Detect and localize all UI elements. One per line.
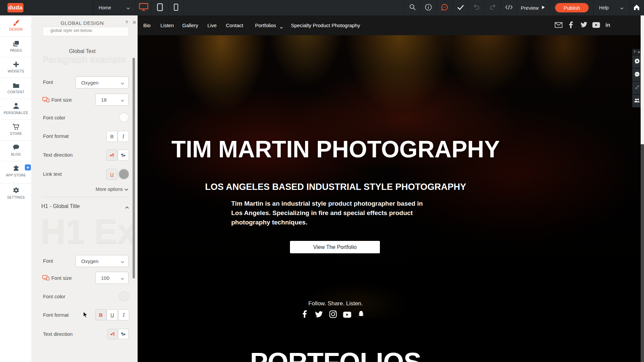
youtube-icon[interactable] <box>343 312 351 319</box>
page-selector[interactable]: Home <box>93 0 136 15</box>
section-heading-global-text: Global Text <box>32 48 133 54</box>
dev-mode-button[interactable] <box>501 0 517 15</box>
help-menu[interactable]: Help <box>593 0 629 15</box>
more-options-link[interactable]: More options <box>96 187 128 192</box>
sidebar-item-label: STORE <box>0 132 32 136</box>
sidebar-item-widgets[interactable]: WIDGETS <box>0 57 32 78</box>
undo-button[interactable] <box>468 0 485 15</box>
facebook-icon[interactable] <box>569 21 573 30</box>
h1-font-select[interactable]: Oxygen <box>76 255 129 267</box>
font-color-swatch[interactable] <box>119 112 129 122</box>
font-color-label: Font color <box>43 115 65 120</box>
paragraph-ltr-icon: ◂¶ <box>109 153 114 158</box>
text-direction-rtl-button[interactable]: ¶▸ <box>118 150 129 161</box>
site-nav-contact[interactable]: Contact <box>226 22 243 28</box>
redo-button[interactable] <box>485 0 501 15</box>
close-icon[interactable]: ✕ <box>638 50 640 54</box>
hero-subtitle[interactable]: LOS ANGELES BASED INDUSTRIAL STYLE PHOTO… <box>138 182 534 192</box>
linkedin-icon[interactable]: in <box>605 22 610 28</box>
site-nav-listen[interactable]: Listen <box>160 22 174 28</box>
hero-section[interactable]: TIM MARTIN PHOTOGRAPHY LOS ANGELES BASED… <box>138 35 641 319</box>
font-size-select[interactable]: 18 <box>95 94 129 106</box>
social-caption: Follow. Share. Listen. <box>138 300 534 307</box>
paragraph-preview: Paragraph example <box>43 54 126 65</box>
comments-button[interactable] <box>632 68 642 81</box>
h1-italic-button[interactable]: I <box>118 309 129 320</box>
site-nav-portfolios[interactable]: Portfolios <box>255 22 276 28</box>
h1-text-direction-rtl-button[interactable]: ¶▸ <box>118 329 129 339</box>
hero-body-text[interactable]: Tim Martin is an industrial style produc… <box>231 199 424 227</box>
site-nav-bio[interactable]: Bio <box>143 22 151 28</box>
font-select[interactable]: Oxygen <box>76 76 129 89</box>
sidebar-item-pages[interactable]: PAGES <box>0 36 32 57</box>
panel-scrollbar[interactable] <box>133 58 135 278</box>
instagram-icon[interactable] <box>329 310 337 319</box>
h1-font-color-swatch[interactable] <box>119 291 129 301</box>
h1-font-size-select[interactable]: 100 <box>95 272 129 284</box>
duda-logo[interactable]: duda <box>7 3 23 12</box>
hero-title[interactable]: TIM MARTIN PHOTOGRAPHY <box>138 136 534 163</box>
site-canvas[interactable]: Bio Listen Gallery Live Contact Portfoli… <box>138 15 641 362</box>
toolbar-help-button[interactable]: ? <box>634 50 636 54</box>
sidebar-item-store[interactable]: STORE <box>0 119 32 141</box>
twitter-icon[interactable] <box>580 22 588 29</box>
sidebar-item-app-store[interactable]: APP STORE ★ <box>0 161 32 184</box>
publish-button[interactable]: Publish <box>555 3 589 12</box>
site-nav-specialty[interactable]: Specialty Product Photography <box>291 22 360 28</box>
check-icon <box>457 4 464 11</box>
italic-button[interactable]: I <box>118 131 129 142</box>
h1-section-heading: H1 - Global Title <box>41 203 80 209</box>
site-navbar: Bio Listen Gallery Live Contact Portfoli… <box>138 15 641 35</box>
site-nav-gallery[interactable]: Gallery <box>182 22 198 28</box>
feedback-button[interactable] <box>436 0 452 15</box>
chevron-down-icon <box>620 5 624 11</box>
mobile-view-button[interactable] <box>168 0 184 15</box>
portfolios-section[interactable]: PORTFOLIOS <box>138 319 641 362</box>
preview-button[interactable]: Preview <box>517 0 549 15</box>
sidebar-item-label: WIDGETS <box>0 69 32 73</box>
dashboard-home-button[interactable] <box>629 0 644 15</box>
italic-label: I <box>123 312 125 318</box>
h1-bold-button[interactable]: B <box>95 309 106 320</box>
hide-annotations-button[interactable] <box>632 82 642 94</box>
floating-toolbar: ? ✕ <box>632 49 642 107</box>
text-direction-ltr-button[interactable]: ◂¶ <box>106 150 117 161</box>
bold-button[interactable]: B <box>106 131 117 142</box>
chevron-down-icon <box>121 97 124 103</box>
h1-font-color-label: Font color <box>43 294 65 299</box>
undo-icon <box>473 4 480 11</box>
panel-help-button[interactable]: ? <box>125 19 128 25</box>
desktop-view-button[interactable] <box>136 0 151 15</box>
add-comment-button[interactable] <box>632 55 642 68</box>
sidebar-item-settings[interactable]: SETTINGS <box>0 183 32 204</box>
collapse-chevron-up-icon[interactable] <box>125 204 129 210</box>
youtube-icon[interactable] <box>592 22 600 29</box>
sidebar-item-blog[interactable]: BLOG <box>0 140 32 161</box>
twitter-icon[interactable] <box>315 311 323 319</box>
people-icon <box>634 98 640 104</box>
link-color-swatch[interactable] <box>118 169 129 179</box>
search-button[interactable] <box>404 0 420 15</box>
facebook-icon[interactable] <box>303 310 307 319</box>
link-underline-button[interactable]: U <box>106 169 117 180</box>
sidebar-item-label: CONTENT <box>0 90 32 94</box>
redo-icon <box>489 4 496 11</box>
sidebar-item-content[interactable]: CONTENT <box>0 78 32 99</box>
site-nav-live[interactable]: Live <box>207 22 217 28</box>
h1-text-direction-ltr-button[interactable]: ◂¶ <box>107 329 118 339</box>
scrollbar-thumb[interactable] <box>641 15 644 144</box>
collaborators-button[interactable] <box>632 95 642 107</box>
sidebar-item-personalize[interactable]: PERSONALIZE <box>0 99 32 120</box>
email-icon[interactable] <box>555 22 562 29</box>
tablet-view-button[interactable] <box>151 0 168 15</box>
h1-underline-button[interactable]: U <box>107 309 118 320</box>
snapchat-icon[interactable] <box>357 310 365 319</box>
chevron-down-icon <box>127 5 130 11</box>
close-icon[interactable]: ✕ <box>132 19 137 25</box>
global-design-panel: GLOBAL DESIGN ? ✕ global style set below… <box>32 15 138 362</box>
vertical-scrollbar[interactable] <box>641 15 644 362</box>
info-button[interactable] <box>420 0 436 15</box>
desktop-icon <box>139 3 148 12</box>
save-check-button[interactable] <box>452 0 468 15</box>
view-portfolio-button[interactable]: View The Portfolio <box>290 241 380 253</box>
